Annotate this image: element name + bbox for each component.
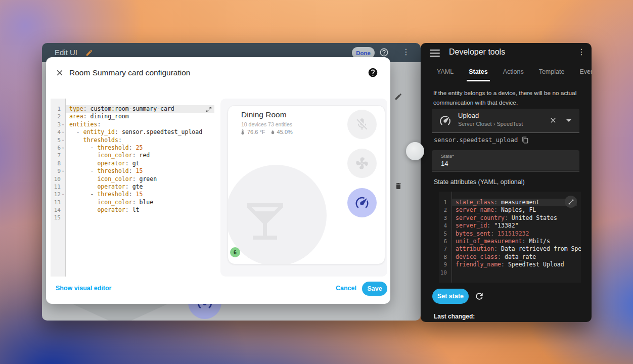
clear-entity-icon[interactable]	[549, 116, 557, 124]
code-line-2[interactable]: 2›area: dining_room	[51, 113, 217, 120]
entity-id-row: sensor.speedtest_upload	[434, 136, 529, 144]
line-number: 10›	[51, 175, 66, 183]
refresh-icon[interactable]	[474, 291, 484, 301]
tab-yaml[interactable]: YAML	[435, 63, 456, 81]
fold-toggle-icon[interactable]: ›	[59, 122, 66, 126]
code-line-13[interactable]: 13› icon_color: blue	[51, 199, 217, 206]
show-visual-editor-link[interactable]: Show visual editor	[56, 285, 111, 292]
code-line-text: bytes_sent: 151519232	[452, 230, 577, 238]
code-line-11[interactable]: 11› operator: gte	[51, 183, 217, 191]
edit-ui-title: Edit UI	[55, 48, 77, 57]
code-line-5[interactable]: 5› thresholds:	[51, 136, 217, 144]
line-number: 5›	[51, 136, 66, 144]
code-line-7[interactable]: 7› icon_color: red	[51, 152, 217, 159]
help-icon[interactable]	[379, 48, 389, 57]
fold-toggle-icon[interactable]: ›	[59, 138, 66, 142]
overflow-menu-icon[interactable]: ⋮	[402, 47, 410, 57]
fold-toggle-icon[interactable]: ›	[59, 193, 66, 197]
code-line-7[interactable]: 7›attribution: Data retrieved from Speed…	[439, 245, 581, 253]
entity-dropdown-caret-icon[interactable]	[566, 119, 571, 122]
fan-icon	[355, 156, 369, 170]
room-name: Dining Room	[241, 110, 287, 119]
code-line-6[interactable]: 6›unit_of_measurement: Mbit/s	[439, 238, 581, 245]
line-number: 3›	[439, 214, 452, 222]
code-line-10[interactable]: 10›	[439, 269, 581, 277]
dialog-help-icon[interactable]	[368, 67, 378, 78]
expand-editor-icon[interactable]	[205, 106, 212, 113]
code-line-1[interactable]: 1›type: custom:room-summary-card	[51, 105, 217, 113]
entity-picker[interactable]: Upload Server Closet › SpeedTest	[432, 109, 579, 133]
code-line-text: icon_color: blue	[66, 199, 214, 206]
line-number: 2›	[51, 113, 66, 120]
expand-editor-icon[interactable]	[565, 196, 577, 208]
code-line-text: friendly_name: SpeedTest Upload	[452, 261, 577, 268]
code-line-4[interactable]: 4› - entity_id: sensor.speedtest_upload	[51, 128, 217, 136]
code-line-5[interactable]: 5›bytes_sent: 151519232	[439, 230, 581, 238]
tab-actions[interactable]: Actions	[501, 63, 526, 81]
fold-toggle-icon[interactable]: ›	[59, 130, 66, 134]
devtools-overflow-icon[interactable]: ⋮	[577, 47, 585, 57]
tab-template[interactable]: Template	[537, 63, 567, 81]
line-number: 7›	[51, 152, 66, 159]
code-line-text: attribution: Data retrieved from Speedte…	[452, 245, 577, 253]
yaml-config-editor[interactable]: 1›type: custom:room-summary-card2›area: …	[51, 99, 217, 277]
edit-title-pencil-icon[interactable]	[85, 49, 93, 57]
code-line-text: device_class: data_rate	[452, 253, 577, 261]
code-line-text: server_id: "13382"	[452, 222, 577, 230]
card-delete-trash-icon[interactable]	[394, 182, 402, 190]
entity-button-fan[interactable]	[347, 149, 377, 178]
code-line-6[interactable]: 6› - threshold: 25	[51, 144, 217, 152]
room-devices-summary: 10 devices 73 entities	[241, 121, 292, 127]
desktop: Edit UI Done ⋮ Room Summary card co	[0, 0, 633, 364]
code-line-1[interactable]: 1›state_class: measurement	[439, 199, 581, 206]
code-line-text: - entity_id: sensor.speedtest_upload	[66, 128, 214, 136]
code-line-text: - threshold: 15	[66, 191, 214, 198]
fold-toggle-icon[interactable]: ›	[59, 169, 66, 173]
resize-drag-handle[interactable]	[406, 142, 424, 160]
menu-hamburger-icon[interactable]	[430, 50, 440, 57]
save-button[interactable]: Save	[362, 282, 387, 296]
tabs-scroll-right-icon[interactable]: ›	[587, 66, 590, 75]
devtools-info-text: If the entity belongs to a device, there…	[433, 88, 581, 108]
code-line-12[interactable]: 12› - threshold: 15	[51, 191, 217, 198]
state-attributes-editor[interactable]: 1›state_class: measurement2›server_name:…	[439, 192, 581, 283]
fold-toggle-icon[interactable]: ›	[59, 146, 66, 150]
state-input-value: 14	[441, 160, 448, 167]
code-line-15[interactable]: 15›	[51, 214, 217, 221]
set-state-button[interactable]: Set state	[432, 289, 469, 304]
code-line-4[interactable]: 4›server_id: "13382"	[439, 222, 581, 230]
home-assistant-window: Edit UI Done ⋮ Room Summary card co	[42, 43, 421, 321]
speedometer-icon	[354, 195, 370, 210]
close-icon[interactable]	[55, 68, 64, 77]
code-line-14[interactable]: 14› operator: lt	[51, 206, 217, 214]
entity-button-speedtest[interactable]	[347, 188, 377, 217]
state-input[interactable]: State* 14	[432, 150, 579, 171]
copy-icon[interactable]	[522, 136, 529, 144]
code-line-9[interactable]: 9›friendly_name: SpeedTest Upload	[439, 261, 581, 268]
code-line-text: icon_color: green	[66, 175, 214, 183]
code-line-9[interactable]: 9› - threshold: 15	[51, 167, 217, 175]
code-line-8[interactable]: 8› operator: gt	[51, 160, 217, 167]
room-humidity: 45.0%	[277, 129, 293, 135]
code-line-3[interactable]: 3›entities:	[51, 121, 217, 128]
code-line-3[interactable]: 3›server_country: United States	[439, 214, 581, 222]
line-number: 7›	[439, 245, 452, 253]
microphone-off-icon	[355, 117, 369, 131]
entity-button-mic-off[interactable]	[347, 110, 377, 139]
last-changed-label: Last changed:	[434, 313, 475, 320]
card-edit-pencil-icon[interactable]	[394, 93, 402, 101]
code-line-2[interactable]: 2›server_name: Naples, FL	[439, 206, 581, 214]
tab-states[interactable]: States	[467, 63, 490, 81]
entity-speedometer-icon	[439, 114, 451, 127]
line-number: 14›	[51, 206, 66, 214]
room-climate-row: 76.6 °F 45.0%	[240, 129, 293, 135]
cancel-button[interactable]: Cancel	[336, 285, 356, 292]
code-line-text: area: dining_room	[66, 113, 214, 120]
code-line-10[interactable]: 10› icon_color: green	[51, 175, 217, 183]
line-number: 10›	[439, 269, 452, 277]
room-temperature: 76.6 °F	[247, 129, 265, 135]
line-number: 1›	[439, 199, 452, 206]
code-line-text	[66, 214, 214, 221]
code-line-8[interactable]: 8›device_class: data_rate	[439, 253, 581, 261]
thermometer-icon	[240, 129, 246, 135]
